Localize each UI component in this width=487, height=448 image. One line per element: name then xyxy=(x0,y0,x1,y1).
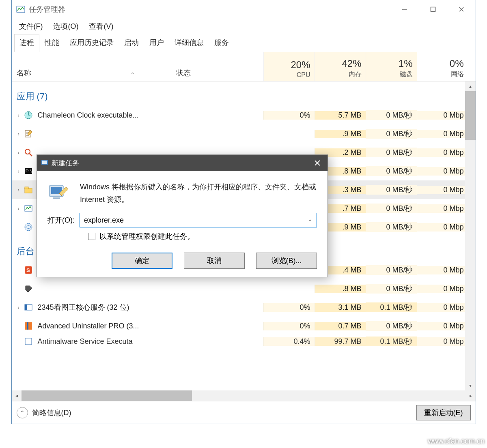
process-name: Antimalware Service Executa xyxy=(38,337,133,346)
tabstrip: 进程 性能 应用历史记录 启动 用户 详细信息 服务 xyxy=(12,34,476,52)
window-controls xyxy=(390,0,476,19)
menu-options[interactable]: 选项(O) xyxy=(51,20,81,33)
tab-performance[interactable]: 性能 xyxy=(39,34,65,52)
minimize-button[interactable] xyxy=(390,0,419,19)
disk-total-pct: 1% xyxy=(399,58,413,69)
tab-details[interactable]: 详细信息 xyxy=(169,34,209,52)
col-network[interactable]: 0% 网络 xyxy=(417,52,468,81)
open-input-value[interactable]: explorer.exe xyxy=(84,216,124,225)
fewer-details-label[interactable]: 简略信息(D) xyxy=(32,408,71,418)
process-row[interactable]: › .9 MB 0 MB/秒 0 Mbp xyxy=(12,124,476,143)
scroll-down-icon[interactable]: ▾ xyxy=(469,381,472,390)
clock-icon xyxy=(23,110,34,120)
disk-cell: 0 MB/秒 xyxy=(366,222,417,232)
process-row[interactable]: › 2345看图王核心服务 (32 位) 0% 3.1 MB 0.1 MB/秒 … xyxy=(12,298,476,317)
mem-cell: .9 MB xyxy=(315,130,366,138)
horizontal-scrollbar[interactable]: ◂ ▸ xyxy=(12,390,476,401)
col-cpu[interactable]: 20% CPU xyxy=(263,52,315,81)
mem-cell: 99.7 MB xyxy=(315,337,366,346)
expand-icon[interactable]: › xyxy=(14,186,23,193)
cancel-button[interactable]: 取消 xyxy=(184,253,245,269)
process-row[interactable]: › .8 MB 0 MB/秒 0 Mbp xyxy=(12,279,476,298)
uninstaller-icon xyxy=(23,321,34,331)
net-cell: 0 Mbp xyxy=(417,223,468,232)
process-row[interactable]: › Chameleon Clock executable... 0% 5.7 M… xyxy=(12,106,476,124)
net-cell: 0 Mbp xyxy=(417,303,468,312)
expand-icon[interactable]: › xyxy=(14,112,23,118)
titlebar[interactable]: 任务管理器 xyxy=(12,0,476,19)
col-status-label: 状态 xyxy=(176,68,191,78)
run-window-icon xyxy=(41,159,48,168)
cpu-cell: 0% xyxy=(263,303,315,312)
net-cell: 0 Mbp xyxy=(417,322,468,330)
svg-rect-28 xyxy=(42,161,47,164)
col-cpu-label: CPU xyxy=(297,71,310,79)
close-button[interactable] xyxy=(447,0,476,19)
sogou-icon: S xyxy=(23,265,34,275)
dialog-titlebar[interactable]: 新建任务 xyxy=(37,155,328,171)
net-cell: 0 Mbp xyxy=(417,337,468,346)
mem-cell: 5.7 MB xyxy=(315,111,366,120)
menu-file[interactable]: 文件(F) xyxy=(17,20,45,33)
expand-icon[interactable]: › xyxy=(14,205,23,212)
col-memory[interactable]: 42% 内存 xyxy=(315,52,366,81)
menu-view[interactable]: 查看(V) xyxy=(86,20,116,33)
process-row[interactable]: › Antimalware Service Executa 0.4% 99.7 … xyxy=(12,335,476,347)
net-cell: 0 Mbp xyxy=(417,111,468,120)
expand-icon[interactable]: › xyxy=(14,131,23,137)
open-combobox[interactable]: explorer.exe ⌄ xyxy=(80,213,317,227)
disk-cell: 0.1 MB/秒 xyxy=(366,337,417,346)
menubar: 文件(F) 选项(O) 查看(V) xyxy=(12,19,476,34)
admin-checkbox[interactable] xyxy=(88,233,95,240)
scroll-thumb[interactable] xyxy=(465,91,476,140)
browse-button[interactable]: 浏览(B)... xyxy=(256,253,317,269)
admin-checkbox-label[interactable]: 以系统管理权限创建此任务。 xyxy=(99,232,194,241)
col-status[interactable]: 状态 xyxy=(176,52,263,81)
tab-app-history[interactable]: 应用历史记录 xyxy=(65,34,119,52)
hscroll-thumb[interactable] xyxy=(22,390,192,401)
col-name[interactable]: ⌃ 名称 xyxy=(12,52,176,81)
scroll-right-icon[interactable]: ▸ xyxy=(466,393,476,399)
net-cell: 0 Mbp xyxy=(417,204,468,213)
footer: ⌃ 简略信息(D) 重新启动(E) xyxy=(12,401,476,424)
column-headers: ⌃ 名称 状态 20% CPU 42% 内存 1% 磁盘 0% 网络 xyxy=(12,52,476,81)
sort-caret-icon: ⌃ xyxy=(130,71,135,78)
col-disk[interactable]: 1% 磁盘 xyxy=(366,52,417,81)
tab-services[interactable]: 服务 xyxy=(209,34,234,52)
scroll-left-icon[interactable]: ◂ xyxy=(12,393,22,399)
mem-total-pct: 42% xyxy=(342,58,361,69)
restart-button[interactable]: 重新启动(E) xyxy=(416,405,471,420)
svg-text:C:\: C:\ xyxy=(26,169,32,173)
svg-rect-33 xyxy=(53,197,60,199)
net-cell: 0 Mbp xyxy=(417,285,468,293)
tab-startup[interactable]: 启动 xyxy=(119,34,144,52)
dialog-close-button[interactable] xyxy=(307,155,328,171)
expand-icon[interactable]: › xyxy=(14,168,23,174)
cmd-icon: C:\ xyxy=(23,166,34,176)
mem-cell: 0.7 MB xyxy=(315,322,366,330)
new-task-dialog: 新建任务 Windows 将根据你所键入的名称，为你打开相应的程序、文件夹、文档… xyxy=(37,154,328,277)
tab-users[interactable]: 用户 xyxy=(144,34,169,52)
scroll-up-icon[interactable]: ▴ xyxy=(469,81,472,91)
expand-icon[interactable]: › xyxy=(14,149,23,156)
mem-cell: 3.1 MB xyxy=(315,303,366,312)
tag-icon xyxy=(23,283,34,294)
maximize-button[interactable] xyxy=(419,0,447,19)
dialog-description: Windows 将根据你所键入的名称，为你打开相应的程序、文件夹、文档或 Int… xyxy=(80,181,317,206)
ok-button[interactable]: 确定 xyxy=(112,253,172,269)
process-row[interactable]: › Advanced Uninstaller PRO (3... 0% 0.7 … xyxy=(12,317,476,335)
svg-rect-23 xyxy=(25,304,27,310)
chevron-down-icon[interactable]: ⌄ xyxy=(308,216,312,222)
tab-processes[interactable]: 进程 xyxy=(14,34,39,52)
vertical-scrollbar[interactable]: ▴ ▾ xyxy=(465,81,476,390)
fewer-details-icon[interactable]: ⌃ xyxy=(17,407,28,418)
taskmgr-icon xyxy=(23,203,34,214)
svg-point-12 xyxy=(25,149,30,154)
expand-icon[interactable]: › xyxy=(14,304,23,311)
open-label: 打开(O): xyxy=(47,215,75,225)
cpu-cell: 0.4% xyxy=(263,337,315,346)
viewer-icon xyxy=(23,302,34,313)
cpu-total-pct: 20% xyxy=(291,59,310,71)
net-cell: 0 Mbp xyxy=(417,266,468,274)
globe-icon xyxy=(23,222,34,232)
